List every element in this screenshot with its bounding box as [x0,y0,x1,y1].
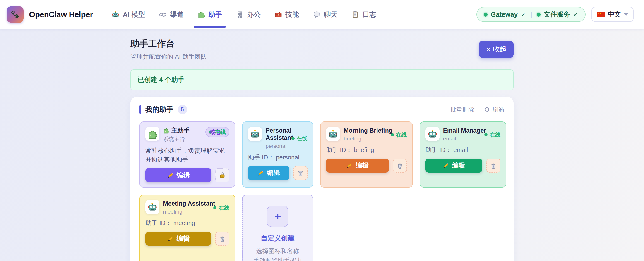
trash-icon [296,169,304,177]
edit-button[interactable]: 编辑 [426,159,482,173]
collapse-button[interactable]: × 收起 [479,41,514,58]
language-selector[interactable]: 中文 [592,7,634,22]
card-description: 常驻核心助手，负责理解需求并协调其他助手 [146,146,230,164]
batch-delete-link[interactable]: 批量删除 [450,105,474,114]
collapse-button-label: 收起 [493,45,506,54]
robot-icon [326,127,340,141]
lock-button[interactable] [215,168,230,182]
delete-button[interactable] [393,159,407,173]
check-icon: ✓ [521,11,526,18]
assistant-id-label: 助手 ID： [426,147,452,153]
section-accent-bar [140,105,141,114]
card-name-block: Email Manager email [443,127,481,142]
pencil-icon [167,172,174,179]
chat-icon [313,10,321,18]
nav-item-assistants[interactable]: 助手 [197,0,222,29]
online-badge: 在线 [292,127,308,149]
card-header: Email Manager email 在线 [426,127,501,142]
nav-item-channels[interactable]: 渠道 [159,0,184,29]
status-dot-icon [391,133,394,136]
card-header: Personal Assistant personal 在线 [248,127,308,149]
create-card-description: 选择图标和名称 手动配置助手能力 [253,247,302,261]
card-name-block: Personal Assistant personal [266,127,288,149]
pencil-icon [346,162,353,169]
card-name-block: Morning Briefing briefing [344,127,387,142]
assistant-card-briefing: Morning Briefing briefing 在线 助手 ID：brief… [320,121,413,188]
main-content: 助手工作台 管理并配置你的 AI 助手团队 × 收起 已创建 4 个助手 我的助… [130,29,514,261]
edit-button[interactable]: 编辑 [146,232,211,246]
online-badge: 在线 [391,127,407,142]
assistant-id-value: briefing [354,147,374,153]
nav-item-logs[interactable]: 日志 [351,0,376,29]
card-actions: 编辑 [426,159,501,173]
cn-flag-icon [597,12,604,17]
lock-icon [218,171,226,179]
delete-button[interactable] [215,232,230,246]
nav-item-label: 渠道 [170,10,184,19]
section-title: 我的助手 [146,105,174,114]
online-badge-label: 在线 [396,131,407,138]
nav-item-office[interactable]: 办公 [236,0,261,29]
edit-button-label: 编辑 [267,169,280,178]
delete-button[interactable] [294,166,308,180]
edit-button-label: 编辑 [176,171,190,180]
nav-item-ai-models[interactable]: AI 模型 [112,0,145,29]
create-card-title: 自定义创建 [261,234,294,243]
card-actions: 编辑 [248,166,308,180]
assistant-id-line: 助手 ID：meeting [146,219,230,227]
page-subtitle: 管理并配置你的 AI 助手团队 [130,53,207,61]
assistant-id-label: 助手 ID： [248,154,274,161]
edit-button[interactable]: 编辑 [326,159,389,173]
card-subtitle: 系统主管 [163,135,190,143]
nav-item-label: 日志 [362,10,376,19]
status-dot-icon [537,13,540,16]
active-tab-underline [194,26,226,27]
online-badge-label: 在线 [218,204,230,212]
create-assistant-card[interactable]: + 自定义创建 选择图标和名称 手动配置助手能力 [242,195,314,261]
refresh-link[interactable]: 刷新 [484,105,504,114]
nav-divider [102,8,102,21]
card-title-text: 主助手 [171,127,190,134]
assistant-card-grid: 主助手 系统主管 核心 在线 常驻核心助手，负责理解需求并协调其他助手 编辑 [140,121,504,261]
edit-button[interactable]: 编辑 [146,168,211,182]
building-icon [236,10,244,18]
service-name: Gateway [491,11,518,18]
card-subtitle: personal [266,143,288,149]
nav-item-chat[interactable]: 聊天 [313,0,338,29]
nav-item-label: 聊天 [324,10,338,19]
brand-name: OpenClaw Helper [29,10,93,19]
card-name-block: 主助手 系统主管 [163,127,190,143]
nav-item-label: 技能 [286,10,299,19]
nav-item-label: 助手 [208,10,222,19]
pencil-icon [257,170,264,176]
assistant-count-badge: 5 [178,105,187,114]
top-navbar: OpenClaw Helper AI 模型 渠道 助手 办公 技能 聊天 日志 … [0,0,644,29]
puzzle-icon [146,127,160,141]
card-title-text: Meeting Assistant [163,200,215,207]
create-card-line2: 手动配置助手能力 [253,256,302,261]
online-badge-label: 在线 [490,131,500,138]
delete-button[interactable] [486,159,500,173]
trash-icon [396,162,404,170]
pill-separator: | [530,11,532,18]
assistant-id-value: meeting [174,220,195,226]
card-title-text: Personal Assistant [266,127,293,142]
assistant-card-meeting: Meeting Assistant meeting 在线 助手 ID：meeti… [140,195,235,261]
assistant-id-value: personal [276,154,300,161]
edit-button-label: 编辑 [356,161,369,170]
assistant-card-main: 主助手 系统主管 核心 在线 常驻核心助手，负责理解需求并协调其他助手 编辑 [140,121,235,188]
card-subtitle: briefing [344,135,387,142]
refresh-icon [484,107,490,112]
robot-icon [146,200,160,214]
nav-item-skills[interactable]: 技能 [274,0,299,29]
service-status-gateway: Gateway✓ [484,11,526,18]
card-title: Meeting Assistant [163,200,210,207]
plus-icon: + [267,206,288,227]
service-status-file-service: 文件服务✓ [537,10,578,19]
assistants-panel: 我的助手 5 批量删除 刷新 主助手 系统主管 [130,97,514,261]
edit-button[interactable]: 编辑 [248,166,290,180]
clipboard-icon [351,10,359,18]
card-title: Email Manager [443,127,481,134]
chevron-down-icon [624,13,628,16]
status-dot-icon [484,13,488,16]
